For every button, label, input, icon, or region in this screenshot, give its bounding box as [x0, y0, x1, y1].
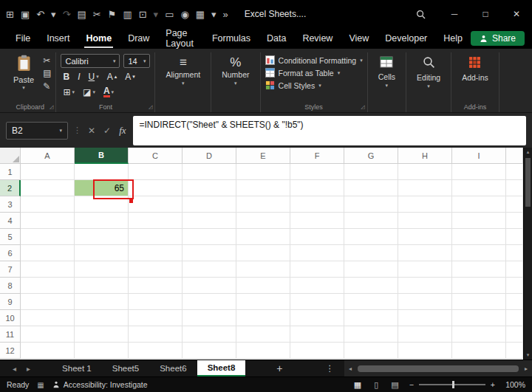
fill-color-button[interactable]: ◪ ▾: [81, 85, 98, 99]
zoom-slider[interactable]: [419, 384, 485, 385]
conditional-formatting-button[interactable]: Conditional Formatting ▾: [265, 55, 363, 65]
cell-C9[interactable]: [129, 294, 183, 310]
clipboard-dialog-launcher-icon[interactable]: ◿: [50, 104, 53, 110]
cell-C4[interactable]: [129, 213, 183, 229]
tab-formulas[interactable]: Formulas: [204, 28, 259, 49]
cell-B12[interactable]: [75, 343, 129, 359]
sheet-nav-left-icon[interactable]: ◂: [7, 365, 21, 373]
cell-D5[interactable]: [183, 229, 236, 245]
cell-H1[interactable]: [398, 164, 452, 180]
tab-view[interactable]: View: [341, 28, 377, 49]
cell-B5[interactable]: [75, 229, 129, 245]
tab-developer[interactable]: Developer: [377, 28, 435, 49]
tab-insert[interactable]: Insert: [38, 28, 78, 49]
cell-G10[interactable]: [344, 310, 398, 326]
cell-F1[interactable]: [290, 164, 344, 180]
zoom-out-button[interactable]: −: [409, 380, 414, 389]
row-header-5[interactable]: 5: [0, 229, 21, 245]
tab-data[interactable]: Data: [259, 28, 294, 49]
column-header-H[interactable]: H: [398, 148, 452, 164]
share-button[interactable]: Share: [471, 31, 525, 46]
cell-G4[interactable]: [344, 213, 398, 229]
cell-F2[interactable]: [290, 180, 344, 196]
row-header-7[interactable]: 7: [0, 261, 21, 278]
cell-C8[interactable]: [129, 278, 183, 294]
cell-D9[interactable]: [183, 294, 236, 310]
styles-dialog-launcher-icon[interactable]: ◿: [361, 104, 364, 110]
format-painter-icon[interactable]: ✎: [43, 81, 51, 92]
scroll-right-icon[interactable]: ▸: [520, 365, 532, 372]
name-box[interactable]: B2 ▾: [6, 122, 68, 140]
sheet-tab-sheet-1[interactable]: Sheet 1: [52, 360, 102, 376]
cell-E1[interactable]: [236, 164, 290, 180]
cell-I9[interactable]: [452, 294, 506, 310]
cell-D10[interactable]: [183, 310, 236, 326]
cell-I7[interactable]: [452, 261, 506, 278]
cell-A1[interactable]: [21, 164, 75, 180]
column-header-B[interactable]: B: [75, 148, 129, 164]
row-header-1[interactable]: 1: [0, 164, 21, 180]
tab-review[interactable]: Review: [294, 28, 341, 49]
column-header-F[interactable]: F: [290, 148, 344, 164]
cell-H6[interactable]: [398, 245, 452, 261]
cell-A9[interactable]: [21, 294, 75, 310]
close-button[interactable]: ✕: [501, 3, 532, 25]
column-header-G[interactable]: G: [344, 148, 398, 164]
redo-icon[interactable]: ↷: [63, 9, 71, 20]
cell-F12[interactable]: [290, 343, 344, 359]
table-icon[interactable]: ▦: [196, 9, 205, 20]
page-break-view-icon[interactable]: ▤: [389, 380, 400, 390]
decrease-font-button[interactable]: A▾: [123, 69, 137, 83]
cell-D2[interactable]: [183, 180, 236, 196]
cell-E4[interactable]: [236, 213, 290, 229]
row-header-11[interactable]: 11: [0, 326, 21, 343]
tab-home[interactable]: Home: [78, 28, 120, 49]
cell-E11[interactable]: [236, 326, 290, 343]
cell-styles-button[interactable]: Cell Styles ▾: [265, 80, 363, 90]
cell-C2[interactable]: [129, 180, 183, 196]
cell-I4[interactable]: [452, 213, 506, 229]
cell-C1[interactable]: [129, 164, 183, 180]
document-icon[interactable]: ▭: [165, 9, 174, 20]
cell-B11[interactable]: [75, 326, 129, 343]
scroll-down-icon[interactable]: ▾: [524, 352, 532, 358]
cell-H12[interactable]: [398, 343, 452, 359]
font-color-button[interactable]: A ▾: [101, 85, 116, 99]
cell-A8[interactable]: [21, 278, 75, 294]
cell-B7[interactable]: [75, 261, 129, 278]
row-header-12[interactable]: 12: [0, 343, 21, 359]
cell-B4[interactable]: [75, 213, 129, 229]
camera-icon[interactable]: ◉: [180, 9, 188, 20]
horizontal-scrollbar-thumb[interactable]: [358, 365, 519, 372]
cell-G1[interactable]: [344, 164, 398, 180]
cell-A2[interactable]: [21, 180, 75, 196]
row-header-3[interactable]: 3: [0, 196, 21, 213]
row-header-8[interactable]: 8: [0, 278, 21, 294]
zoom-level[interactable]: 100%: [500, 380, 525, 389]
cell-E7[interactable]: [236, 261, 290, 278]
cell-A3[interactable]: [21, 196, 75, 213]
column-header-C[interactable]: C: [129, 148, 183, 164]
select-all-corner[interactable]: [0, 148, 21, 164]
cell-F5[interactable]: [290, 229, 344, 245]
cell-G8[interactable]: [344, 278, 398, 294]
cancel-icon[interactable]: ✕: [86, 125, 97, 136]
undo-icon[interactable]: ↶: [36, 9, 44, 20]
cell-F3[interactable]: [290, 196, 344, 213]
cell-I6[interactable]: [452, 245, 506, 261]
cell-I1[interactable]: [452, 164, 506, 180]
row-header-2[interactable]: 2: [0, 180, 21, 196]
column-header-D[interactable]: D: [183, 148, 236, 164]
cell-D4[interactable]: [183, 213, 236, 229]
cell-C10[interactable]: [129, 310, 183, 326]
cell-I8[interactable]: [452, 278, 506, 294]
formula-input[interactable]: =INDIRECT("Sheet" & SHEETS() & "!b5"): [133, 116, 526, 145]
cell-E8[interactable]: [236, 278, 290, 294]
normal-view-icon[interactable]: ▦: [352, 380, 364, 390]
cell-G9[interactable]: [344, 294, 398, 310]
macro-record-icon[interactable]: ▦: [37, 381, 44, 389]
cell-C6[interactable]: [129, 245, 183, 261]
add-sheet-button[interactable]: +: [269, 362, 290, 374]
cell-E5[interactable]: [236, 229, 290, 245]
italic-button[interactable]: I: [75, 69, 82, 83]
